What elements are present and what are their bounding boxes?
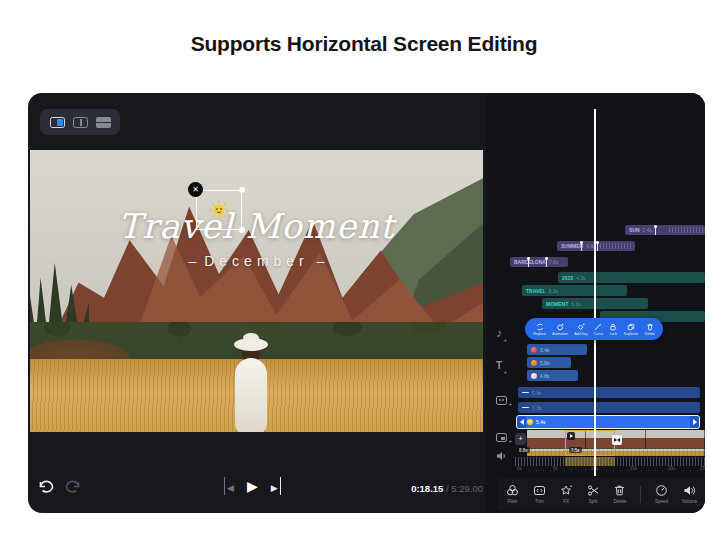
clip-label: SUMMER xyxy=(561,243,583,249)
video-preview[interactable]: Travel Moment –December– ✕ xyxy=(30,150,483,432)
clip-duration: 3.4s xyxy=(540,347,549,353)
text-clip[interactable]: TRAVEL 6.3s xyxy=(522,285,627,296)
sun-icon xyxy=(527,419,533,425)
text-clip[interactable]: 2023 4.3s xyxy=(558,272,705,283)
add-key-icon xyxy=(577,323,585,331)
sticker-track-icon[interactable]: + xyxy=(496,396,507,405)
replace-icon xyxy=(536,323,544,331)
sticker-selection-box[interactable]: ✕ xyxy=(196,190,242,230)
animation-button[interactable]: Animation xyxy=(552,323,568,336)
clip-label: BARCELONA xyxy=(514,259,546,265)
delete-icon xyxy=(646,323,654,331)
layout-right-panel-icon[interactable] xyxy=(50,117,65,128)
undo-icon[interactable] xyxy=(38,479,55,494)
subtitle-text: December xyxy=(204,253,309,269)
split-icon xyxy=(587,484,600,497)
sun-face-icon[interactable] xyxy=(208,199,230,221)
trim-handle-left[interactable] xyxy=(517,416,526,428)
animation-icon xyxy=(556,323,564,331)
clip-context-toolbar: Replace Animation Add Key Curve Lock xyxy=(525,318,663,340)
delete-button[interactable]: Delete xyxy=(645,323,655,336)
ruler-tick-label: 0s xyxy=(515,466,524,471)
sticker-clip[interactable]: 5.8s xyxy=(527,357,571,368)
transition-icon[interactable] xyxy=(612,435,622,445)
keyframe-marker xyxy=(655,225,656,235)
waveform-highlight xyxy=(565,457,615,466)
add-key-button[interactable]: Add Key xyxy=(574,323,587,336)
previous-frame-icon[interactable] xyxy=(224,477,234,495)
resize-handle[interactable] xyxy=(239,187,245,193)
line-icon xyxy=(522,392,529,394)
selected-sticker-clip[interactable]: 5.4s xyxy=(516,415,700,429)
trim-button[interactable]: Trim xyxy=(533,484,546,504)
ruler-tick-label: 20s xyxy=(666,466,677,471)
clip-duration: 4.8s xyxy=(540,373,549,379)
cloud-icon xyxy=(531,373,537,379)
curve-button[interactable]: Curve xyxy=(594,323,603,336)
clip-duration-badge: 8.8s xyxy=(517,447,530,453)
time-ruler[interactable]: 0s 5s 10s 15s 20s 25s xyxy=(515,465,705,475)
sticker-clip[interactable]: 4.8s xyxy=(527,370,578,381)
clip-duration: 4.3s xyxy=(576,275,585,281)
sticker-clip[interactable]: 5.4s xyxy=(518,387,700,398)
clip-label: SUN xyxy=(629,227,640,233)
keyframe-marker xyxy=(597,241,598,251)
play-icon[interactable] xyxy=(247,477,258,495)
curve-icon xyxy=(594,323,602,331)
sticker-clip[interactable]: 7.3s xyxy=(518,402,700,413)
audio-clip[interactable]: BARCELONA 7.6s xyxy=(510,257,568,267)
duplicate-button[interactable]: Duplicate xyxy=(624,323,639,336)
speed-button[interactable]: Speed xyxy=(655,484,668,504)
rose-icon xyxy=(531,347,537,353)
overlay-track-icon[interactable]: + xyxy=(496,433,507,442)
audio-track-icon[interactable]: + xyxy=(496,323,502,341)
keyframe-marker xyxy=(546,257,547,267)
trim-handle-right[interactable] xyxy=(690,416,699,428)
clip-duration: 6.3s xyxy=(549,288,558,294)
overlay-subtitle[interactable]: –December– xyxy=(30,253,483,269)
replace-button[interactable]: Replace xyxy=(533,323,546,336)
add-clip-button[interactable]: + xyxy=(515,433,526,445)
close-icon[interactable]: ✕ xyxy=(188,182,203,197)
text-overlay: Travel Moment –December– xyxy=(30,206,483,269)
volume-button[interactable]: Volume xyxy=(682,484,697,504)
layout-switcher xyxy=(40,109,120,135)
lock-icon xyxy=(609,323,617,331)
split-button[interactable]: Split xyxy=(587,484,600,504)
fx-icon xyxy=(560,484,573,497)
resize-handle[interactable] xyxy=(239,227,245,233)
delete-button[interactable]: Delete xyxy=(613,484,626,504)
clip-duration: 6.3s xyxy=(571,301,580,307)
fx-button[interactable]: FX xyxy=(560,484,573,504)
speaker-icon[interactable] xyxy=(496,451,507,461)
clip-label: TRAVEL xyxy=(526,288,546,294)
filter-button[interactable]: Filter xyxy=(506,484,519,504)
redo-icon[interactable] xyxy=(64,479,81,494)
page: Supports Horizontal Screen Editing Trave… xyxy=(0,0,728,545)
filter-icon xyxy=(506,484,519,497)
clip-label: MOMENT xyxy=(546,301,568,307)
keyframe-marker xyxy=(581,241,582,251)
next-frame-icon[interactable] xyxy=(271,477,281,495)
speed-icon xyxy=(655,484,668,497)
woman-dress xyxy=(235,358,267,432)
audio-clip[interactable]: SUN 1.4s xyxy=(625,225,705,235)
playhead[interactable] xyxy=(594,109,596,476)
clip-duration: 5.8s xyxy=(540,360,549,366)
clip-duration-badge: 7.5s xyxy=(569,447,582,453)
toolbar-divider xyxy=(640,486,641,503)
layout-split-vertical-icon[interactable] xyxy=(73,117,88,128)
ruler-tick-label: 5s xyxy=(551,466,560,471)
fire-icon xyxy=(531,360,537,366)
layout-rows-icon[interactable] xyxy=(96,117,111,128)
sticker-clip[interactable]: 3.4s xyxy=(527,344,587,355)
overlay-title[interactable]: Travel Moment xyxy=(30,206,483,246)
timecode: 0:18.15 / 5:29.00 xyxy=(388,483,483,494)
text-track-icon[interactable]: + xyxy=(496,355,502,373)
transport-controls xyxy=(224,477,320,495)
video-thumbnail xyxy=(527,449,705,456)
subtitle-dash-left: – xyxy=(188,253,196,269)
waveform-pattern xyxy=(600,243,633,249)
lock-button[interactable]: Lock xyxy=(609,323,617,336)
audio-clip[interactable]: SUMMER 4.6s xyxy=(557,241,635,251)
